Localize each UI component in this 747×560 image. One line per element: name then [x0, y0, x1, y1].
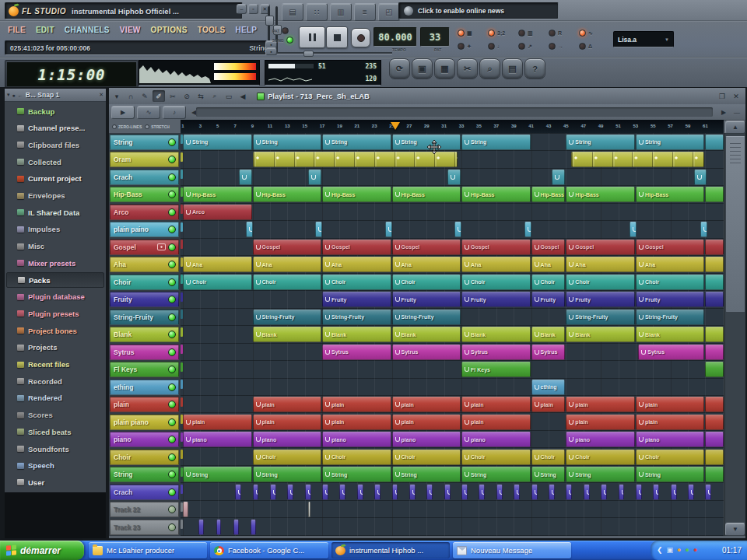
- pattern-clip[interactable]: [584, 485, 590, 500]
- pattern-clip-fruity[interactable]: Fruity: [461, 292, 531, 307]
- pattern-clip-hip-bass[interactable]: Hip-Bass: [322, 187, 391, 202]
- track-plate-23[interactable]: Track 23: [110, 520, 179, 535]
- track-mute-led[interactable]: [168, 471, 176, 478]
- pattern-clip-choir[interactable]: Choir: [183, 275, 252, 290]
- pattern-clip[interactable]: [700, 222, 707, 237]
- pattern-clip[interactable]: [461, 485, 468, 500]
- pattern-clip[interactable]: [305, 485, 311, 500]
- mute-tool-icon[interactable]: ⊘: [181, 90, 193, 102]
- pattern-clip-aha[interactable]: Aha: [183, 257, 252, 272]
- browser-item-collected[interactable]: Collected: [6, 154, 104, 170]
- pattern-clip-string[interactable]: String: [253, 135, 322, 150]
- pattern-clip-arco[interactable]: Arco: [183, 205, 252, 220]
- pattern-clip-blank[interactable]: Blank: [531, 327, 566, 342]
- pattern-clip-aha[interactable]: Aha: [253, 257, 322, 272]
- countdown-toggle[interactable]: 3;2: [488, 30, 505, 37]
- playlist-grid[interactable]: StringStringStringStringStringStringStri…: [181, 133, 724, 536]
- pattern-clip-choir[interactable]: Choir: [636, 275, 705, 290]
- pattern-clip[interactable]: [552, 170, 565, 185]
- pattern-clip-choir[interactable]: Choir: [322, 450, 391, 465]
- playlist-restore-button[interactable]: ❐: [716, 90, 728, 102]
- pattern-clip-aha[interactable]: Aha: [566, 257, 635, 272]
- pattern-clip-plain[interactable]: plain: [566, 397, 635, 412]
- pattern-clip[interactable]: [636, 485, 642, 500]
- step-advance-toggle[interactable]: →: [549, 43, 563, 50]
- pattern-clip-string-fruity[interactable]: String-Fruity: [392, 310, 461, 325]
- track-plate-19[interactable]: Choir: [110, 450, 179, 465]
- pattern-clip-gospel[interactable]: Gospel: [392, 240, 461, 255]
- pattern-clip-aha[interactable]: [705, 257, 724, 272]
- pattern-clip-gospel[interactable]: Gospel: [636, 240, 705, 255]
- pattern-clip-choir[interactable]: Choir: [461, 275, 531, 290]
- pattern-clip-hip-bass[interactable]: Hip-Bass: [253, 187, 322, 202]
- project-notes-button[interactable]: ▤: [502, 58, 523, 79]
- pattern-clip-sytrus[interactable]: Sytrus: [461, 345, 531, 360]
- hint-bar-button-bottom[interactable]: ▪: [265, 47, 277, 55]
- menu-tools[interactable]: TOOLS: [198, 26, 226, 34]
- blend-notes-toggle[interactable]: ✦: [458, 43, 472, 50]
- track-plate-9[interactable]: Choir: [110, 275, 179, 290]
- pattern-clip-piano[interactable]: [705, 432, 724, 447]
- track-mute-led[interactable]: [168, 313, 176, 321]
- pattern-clip-sytrus[interactable]: Sytrus: [322, 345, 391, 360]
- track-plate-16[interactable]: plain: [110, 397, 179, 412]
- pattern-clip-string[interactable]: String: [183, 135, 252, 150]
- pattern-clip[interactable]: [694, 170, 707, 185]
- browser-item-project-bones[interactable]: Project bones: [6, 323, 104, 338]
- pattern-clip-aha[interactable]: Aha: [636, 257, 705, 272]
- record-button[interactable]: [351, 28, 370, 47]
- option-stretch[interactable]: STRETCH: [145, 124, 170, 129]
- start-button[interactable]: démarrer: [0, 541, 84, 560]
- pattern-clip[interactable]: [409, 485, 416, 500]
- browser-item-recorded[interactable]: Recorded: [6, 373, 104, 389]
- pattern-clip-string[interactable]: String: [322, 135, 391, 150]
- pattern-clip[interactable]: [315, 222, 322, 237]
- pattern-clip[interactable]: [253, 152, 458, 167]
- track-mute-led[interactable]: [168, 506, 176, 513]
- pattern-clip-gospel[interactable]: Gospel: [253, 240, 322, 255]
- menu-edit[interactable]: EDIT: [36, 26, 54, 34]
- browser-close-icon[interactable]: ✕: [99, 92, 103, 98]
- collapse-button[interactable]: —: [731, 107, 742, 118]
- pattern-clip-piano[interactable]: piano: [322, 432, 391, 447]
- menu-help[interactable]: HELP: [235, 26, 257, 34]
- pattern-clip-string[interactable]: String: [253, 467, 322, 482]
- pattern-clip-choir[interactable]: Choir: [636, 450, 705, 465]
- pattern-clip-plain[interactable]: plain: [392, 397, 461, 412]
- pattern-clip[interactable]: [524, 222, 531, 237]
- menu-view[interactable]: VIEW: [120, 26, 141, 34]
- track-plate-11[interactable]: String-Fruity: [110, 310, 179, 325]
- pattern-clip-fruity[interactable]: Fruity: [531, 292, 566, 307]
- pattern-clip-choir[interactable]: Choir: [531, 275, 566, 290]
- pattern-clip-string[interactable]: String: [566, 467, 635, 482]
- metronome-toggle[interactable]: ♩: [488, 43, 503, 50]
- playback-marker-icon[interactable]: ◀: [237, 90, 249, 102]
- pattern-clip-string[interactable]: [705, 467, 724, 482]
- browser-item-speech[interactable]: Speech: [6, 458, 104, 474]
- pattern-clip[interactable]: [531, 485, 538, 500]
- pattern-clip-choir[interactable]: Choir: [392, 450, 461, 465]
- zoom-button[interactable]: ⌕: [479, 58, 500, 79]
- pattern-clip-gospel[interactable]: [705, 240, 724, 255]
- slide-toggle[interactable]: ↗: [518, 43, 532, 50]
- pattern-clip-gospel[interactable]: Gospel: [531, 240, 566, 255]
- precount-toggle[interactable]: Δ: [579, 43, 592, 50]
- pattern-clip[interactable]: [216, 520, 222, 535]
- pattern-clip[interactable]: [308, 170, 321, 185]
- hscroll-right-button[interactable]: ▶: [718, 107, 729, 118]
- browser-item-soundfonts[interactable]: Soundfonts: [6, 441, 104, 457]
- track-plate-18[interactable]: piano: [110, 432, 179, 447]
- pattern-clip-plain[interactable]: plain: [322, 397, 391, 412]
- browser-item-mixer-presets[interactable]: Mixer presets: [6, 255, 104, 271]
- track-mute-led[interactable]: [168, 261, 176, 268]
- pattern-clip-hip-bass[interactable]: Hip-Bass: [636, 187, 705, 202]
- pattern-clip-piano[interactable]: piano: [183, 432, 252, 447]
- pattern-clip-string[interactable]: String: [531, 467, 566, 482]
- paint-tool-icon[interactable]: ✐: [153, 90, 165, 102]
- track-plate-17[interactable]: plain piano: [110, 415, 179, 430]
- pattern-clip-choir[interactable]: Choir: [253, 450, 322, 465]
- patterns-tab[interactable]: ▶: [111, 106, 135, 119]
- track-mute-led[interactable]: [168, 226, 176, 233]
- pattern-clip[interactable]: [479, 485, 485, 500]
- recording-toggle[interactable]: R: [549, 30, 562, 37]
